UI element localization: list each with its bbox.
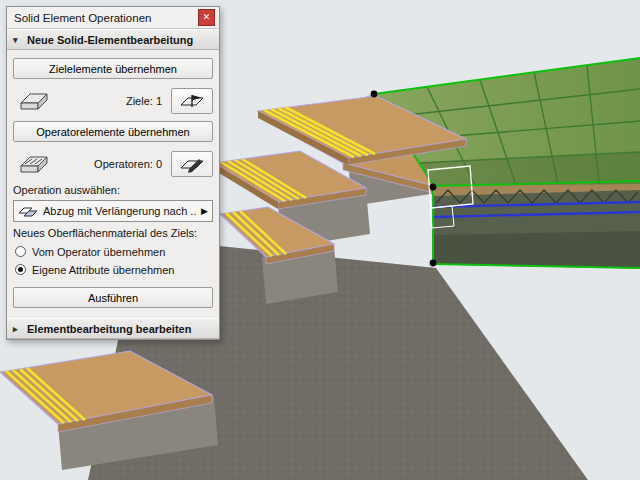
- dialog-titlebar[interactable]: Solid Element Operationen ✕: [7, 7, 219, 29]
- new-surface-material-label: Neues Oberflächenmaterial des Ziels:: [13, 227, 213, 239]
- solid-element-operations-dialog: Solid Element Operationen ✕ ▾ Neue Solid…: [6, 6, 220, 340]
- chevron-down-icon: ▾: [13, 35, 21, 45]
- radio-own-attributes[interactable]: Eigene Attribute übernehmen: [15, 261, 213, 278]
- dialog-title: Solid Element Operationen: [14, 12, 198, 24]
- flyout-arrow-icon: ▶: [201, 206, 208, 216]
- radio-from-operator[interactable]: Vom Operator übernehmen: [15, 243, 213, 260]
- execute-button[interactable]: Ausführen: [13, 287, 213, 308]
- pick-operator-button[interactable]: [171, 151, 213, 177]
- take-target-elements-button[interactable]: Zielelemente übernehmen: [13, 58, 213, 79]
- pick-operator-pencil-icon: [179, 155, 205, 173]
- section-edit-label: Elementbearbeitung bearbeiten: [27, 323, 191, 335]
- targets-row: Ziele: 1: [13, 86, 213, 116]
- selected-slab-front: [433, 181, 640, 268]
- operator-solid-icon: [13, 151, 55, 177]
- radio-circle-selected[interactable]: [15, 264, 26, 275]
- chevron-right-icon: ▸: [13, 324, 21, 334]
- operation-dropdown[interactable]: Abzug mit Verlängerung nach ... ▶: [13, 200, 213, 222]
- application-window: Solid Element Operationen ✕ ▾ Neue Solid…: [0, 0, 640, 480]
- subtraction-operation-icon: [18, 204, 38, 218]
- radio-circle-unselected[interactable]: [15, 246, 26, 257]
- targets-count-label: Ziele: 1: [55, 95, 171, 107]
- operation-selected-value: Abzug mit Verlängerung nach ...: [43, 205, 196, 217]
- close-icon[interactable]: ✕: [198, 9, 215, 26]
- pick-target-button[interactable]: [171, 88, 213, 114]
- operators-row: Operatoren: 0: [13, 149, 213, 179]
- pick-target-flag-icon: [179, 92, 205, 110]
- take-operator-elements-button[interactable]: Operatorelemente übernehmen: [13, 121, 213, 142]
- section-header-label: Neue Solid-Elementbearbeitung: [27, 34, 193, 46]
- panel-content: Zielelemente übernehmen Ziele: 1: [7, 50, 219, 318]
- section-header-edit-operation[interactable]: ▸ Elementbearbeitung bearbeiten: [7, 318, 219, 339]
- target-solid-icon: [13, 88, 55, 114]
- radio-from-operator-label: Vom Operator übernehmen: [32, 246, 165, 258]
- operators-count-label: Operatoren: 0: [55, 158, 171, 170]
- choose-operation-label: Operation auswählen:: [13, 184, 213, 196]
- radio-own-attributes-label: Eigene Attribute übernehmen: [32, 264, 175, 276]
- section-header-new-operation[interactable]: ▾ Neue Solid-Elementbearbeitung: [7, 29, 219, 50]
